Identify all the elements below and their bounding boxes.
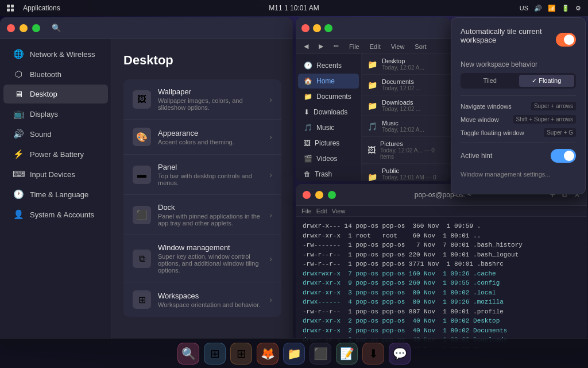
auto-tile-toggle[interactable] [556, 33, 576, 47]
active-hint-toggle[interactable] [551, 149, 576, 163]
term-view-menu[interactable]: View [332, 208, 346, 214]
taskbar-icon-workspace[interactable]: ⊞ [204, 343, 226, 365]
sidebar-label-bluetooth: Bluetooth [30, 70, 61, 79]
fm-file-info-downloads: Downloads Today, 12:02 ... [382, 99, 445, 112]
sidebar-item-system[interactable]: 👤 System & Accounts [3, 205, 108, 224]
fm-file-music[interactable]: 🎵 Music Today, 12:02 A... [362, 116, 451, 137]
settings-row-text-appearance: Appearance Accent colors and theming. [158, 129, 269, 145]
fm-sidebar-label-trash: Trash [315, 170, 332, 178]
fm-file-documents[interactable]: 📁 Documents Today, 12:02 ... [362, 75, 451, 95]
settings-row-icon-appearance: 🎨 [133, 128, 151, 146]
minimize-button[interactable]: − [20, 24, 28, 32]
settings-row-desc-appearance: Accent colors and theming. [158, 139, 269, 145]
tab-tiled[interactable]: Tiled [462, 75, 518, 87]
settings-row-text-workspaces: Workspaces Workspace orientation and beh… [158, 292, 269, 308]
active-hint-label: Active hint [461, 152, 492, 160]
divider-2 [461, 143, 576, 143]
taskbar-icon-search[interactable]: 🔍 [177, 343, 199, 365]
sidebar-item-displays[interactable]: 📺 Displays [3, 104, 108, 124]
term-maximize-button[interactable]: + [328, 191, 336, 199]
fm-file-date-documents: Today, 12:02 ... [382, 85, 445, 91]
applications-menu[interactable]: Applications [23, 4, 60, 12]
fm-file-date-downloads: Today, 12:02 ... [382, 106, 445, 112]
settings-row-wallpaper[interactable]: 🖼 Wallpaper Wallpaper images, colors, an… [123, 79, 281, 120]
speaker-icon[interactable]: 🔊 [534, 5, 542, 12]
settings-row-title-wallpaper: Wallpaper [158, 87, 269, 96]
settings-row-arrow-window-management: › [269, 254, 272, 263]
term-edit-menu[interactable]: Edit [316, 208, 327, 214]
auto-tile-label: Automatically tile current workspace [461, 27, 556, 44]
fm-sidebar-videos[interactable]: 🎬 Videos [298, 151, 359, 166]
activities-icon[interactable] [7, 5, 14, 12]
term-file-menu[interactable]: File [301, 208, 312, 214]
clock: M11 1 10:01 AM [269, 4, 319, 12]
sidebar-item-network[interactable]: 🌐 Network & Wireless [3, 44, 108, 64]
fm-file-downloads[interactable]: 📁 Downloads Today, 12:02 ... [362, 95, 451, 116]
terminal-line: drwxr-xr-x 9 pop-os pop-os 260 Nov 1 09:… [303, 278, 580, 288]
settings-row-dock[interactable]: ⬛ Dock Panel with pinned applications in… [123, 195, 281, 235]
fm-file-menu[interactable]: File [346, 42, 363, 51]
fm-forward-btn[interactable]: ▶ [315, 41, 327, 51]
fm-sidebar-trash[interactable]: 🗑 Trash [298, 167, 359, 181]
fm-edit-menu[interactable]: Edit [366, 42, 384, 51]
fm-file-name-public: Public [382, 167, 445, 174]
taskbar-icon-chat[interactable]: 💬 [389, 343, 411, 365]
fm-file-info-documents: Documents Today, 12:02 ... [382, 78, 445, 91]
term-minimize-button[interactable]: − [315, 191, 323, 199]
fm-sidebar-pictures[interactable]: 🖼 Pictures [298, 136, 359, 151]
taskbar-icon-notes[interactable]: 📝 [336, 343, 358, 365]
taskbar-icon-terminal[interactable]: ⬛ [310, 343, 331, 365]
sidebar-item-bluetooth[interactable]: ⬡ Bluetooth [3, 64, 108, 84]
sidebar-item-sound[interactable]: 🔊 Sound [3, 124, 108, 144]
shortcut-key-1: Shift + Super + arrows [513, 115, 577, 124]
fm-sidebar-music[interactable]: 🎵 Music [298, 120, 359, 135]
fm-file-pictures[interactable]: 🖼 Pictures Today, 12:02 A... — 0 items [362, 137, 451, 164]
fm-file-public[interactable]: 📁 Public Today, 12:01 AM — 0 items [362, 164, 451, 181]
sidebar-item-desktop[interactable]: 🖥 Desktop [3, 85, 108, 103]
taskbar-icon-download[interactable]: ⬇ [362, 343, 384, 365]
fm-edit-btn[interactable]: ✏ [330, 41, 342, 51]
sidebar-label-power: Power & Battery [30, 150, 84, 159]
sidebar-item-power[interactable]: ⚡ Power & Battery [3, 144, 108, 164]
fm-sidebar-label-pictures: Pictures [315, 139, 339, 147]
fm-back-btn[interactable]: ◀ [300, 41, 312, 51]
settings-row-desc-dock: Panel with pinned applications in the ap… [158, 213, 269, 227]
sidebar-icon-bluetooth: ⬡ [13, 69, 24, 79]
close-button[interactable]: ✕ [7, 24, 15, 32]
terminal-body[interactable]: drwxr-x--- 14 pop-os pop-os 360 Nov 1 09… [296, 217, 587, 348]
tab-floating[interactable]: ✓ Floating [519, 75, 575, 87]
settings-row-desc-wallpaper: Wallpaper images, colors, and slideshow … [158, 97, 269, 111]
search-icon[interactable]: 🔍 [49, 21, 63, 35]
battery-icon[interactable]: 🔋 [562, 5, 570, 12]
sidebar-item-time[interactable]: 🕐 Time & Language [3, 185, 108, 204]
fm-sidebar-documents[interactable]: 📁 Documents [298, 89, 359, 104]
terminal-line: -rw------- 1 pop-os pop-os 7 Nov 7 80:01… [303, 240, 580, 250]
fm-sidebar-downloads[interactable]: ⬇ Downloads [298, 105, 359, 120]
fm-maximize-button[interactable]: + [324, 24, 332, 32]
sidebar-item-input[interactable]: ⌨ Input Devices [3, 164, 108, 184]
sidebar-icon-sound: 🔊 [13, 129, 24, 139]
taskbar-icon-firefox[interactable]: 🦊 [257, 343, 278, 365]
settings-row-panel[interactable]: ▬ Panel Top bar with desktop controls an… [123, 155, 281, 195]
network-icon[interactable]: 📶 [548, 5, 556, 12]
maximize-button[interactable]: + [32, 24, 40, 32]
taskbar-icon-apps[interactable]: ⊞ [230, 343, 252, 365]
settings-row-workspaces[interactable]: ⊞ Workspaces Workspace orientation and b… [123, 282, 281, 317]
fm-view-menu[interactable]: View [388, 42, 408, 51]
fm-file-desktop[interactable]: 📁 Desktop Today, 12:02 A... [362, 54, 451, 75]
fm-sidebar-recents[interactable]: 🕐 Recents [298, 58, 359, 73]
sidebar-icon-network: 🌐 [13, 49, 24, 59]
keyboard-layout[interactable]: US [520, 5, 528, 12]
fm-close-button[interactable]: ✕ [301, 24, 310, 32]
fm-file-icon-public: 📁 [368, 172, 377, 181]
window-mgmt-link[interactable]: Window management settings... [461, 171, 576, 178]
terminal-window: ✕ − + pop-os@pop-os: ~ + ⧉ ✕ File Edit V… [296, 184, 587, 348]
settings-row-appearance[interactable]: 🎨 Appearance Accent colors and theming. … [123, 120, 281, 155]
taskbar-icon-files[interactable]: 📁 [283, 343, 305, 365]
fm-sidebar-home[interactable]: 🏠 Home [298, 74, 359, 89]
fm-sort-menu[interactable]: Sort [411, 42, 430, 51]
term-close-button[interactable]: ✕ [303, 191, 311, 199]
settings-icon[interactable]: ⚙ [575, 5, 581, 12]
fm-minimize-button[interactable]: − [313, 24, 321, 32]
settings-row-window-management[interactable]: ⧉ Window management Super key action, wi… [123, 235, 281, 282]
